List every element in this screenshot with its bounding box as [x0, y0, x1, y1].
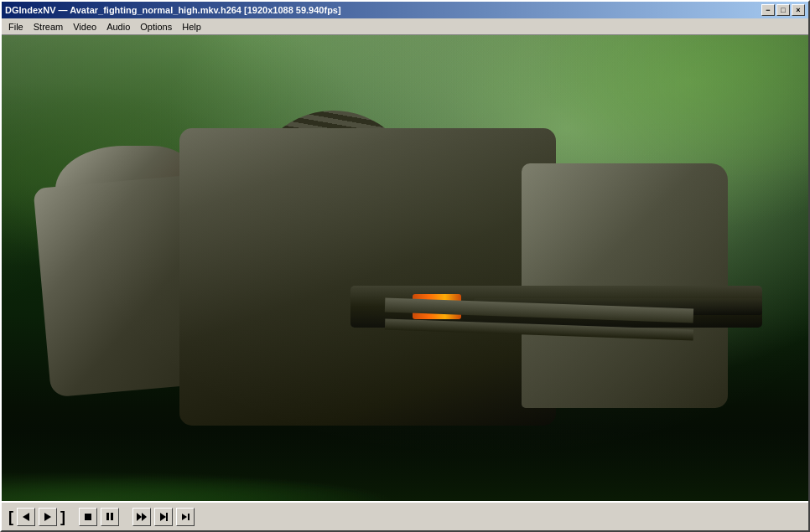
pause-bar-left: [106, 513, 109, 520]
window-title: DGIndexNV — Avatar_fighting_normal_high.…: [5, 5, 341, 15]
step-forward-button[interactable]: [132, 508, 151, 526]
menu-video[interactable]: Video: [68, 20, 101, 34]
menu-bar: File Stream Video Audio Options Help: [2, 18, 808, 35]
left-bracket: [: [8, 509, 13, 524]
title-bar: DGIndexNV — Avatar_fighting_normal_high.…: [2, 2, 808, 18]
title-bar-buttons: − □ ×: [761, 4, 805, 16]
prev-frame-button[interactable]: [17, 508, 35, 526]
pause-icon: [106, 513, 113, 520]
controls-bar: [ ]: [2, 501, 808, 530]
next-step-tri: [160, 513, 166, 521]
step-tri-2: [142, 513, 147, 521]
maximize-button[interactable]: □: [776, 4, 790, 16]
video-frame: [2, 35, 808, 501]
prev-frame-icon: [23, 513, 29, 521]
play-icon: [44, 513, 51, 521]
menu-audio[interactable]: Audio: [101, 20, 135, 34]
menu-file[interactable]: File: [3, 20, 29, 34]
pause-button[interactable]: [101, 508, 119, 526]
menu-help[interactable]: Help: [177, 20, 206, 34]
forward-button[interactable]: [176, 508, 195, 526]
stop-icon: [85, 514, 91, 520]
minimize-button[interactable]: −: [761, 4, 775, 16]
forward-bar: [188, 514, 190, 520]
main-window: DGIndexNV — Avatar_fighting_normal_high.…: [0, 0, 810, 532]
right-bracket: ]: [60, 509, 65, 524]
mist-overlay: [2, 35, 808, 501]
pause-bar-right: [111, 513, 113, 520]
menu-stream[interactable]: Stream: [29, 20, 68, 34]
forward-icon: [182, 514, 190, 520]
close-button[interactable]: ×: [792, 4, 805, 16]
next-step-icon: [160, 513, 168, 521]
step-forward-icon: [137, 513, 147, 521]
menu-options[interactable]: Options: [135, 20, 177, 34]
stop-button[interactable]: [79, 508, 97, 526]
next-step-button[interactable]: [154, 508, 173, 526]
next-step-bar: [166, 513, 168, 521]
video-container: [2, 35, 808, 501]
forward-tri: [182, 514, 187, 520]
play-button[interactable]: [39, 508, 57, 526]
